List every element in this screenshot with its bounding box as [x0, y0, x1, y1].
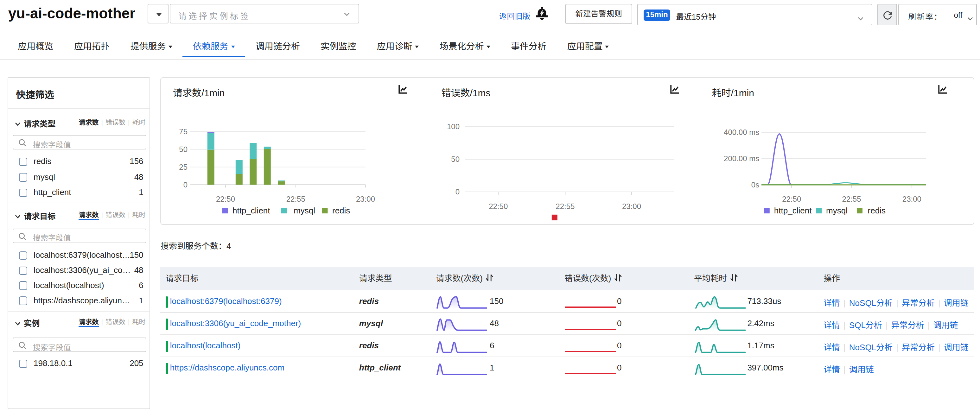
svg-text:23:00: 23:00 — [356, 195, 375, 203]
svg-text:200.00 ms: 200.00 ms — [724, 154, 759, 163]
svg-text:25: 25 — [179, 163, 188, 171]
svg-text:mysql: mysql — [294, 206, 315, 215]
svg-text:50: 50 — [451, 155, 460, 163]
svg-text:75: 75 — [179, 127, 188, 136]
svg-text:22:50: 22:50 — [782, 195, 801, 203]
svg-text:22:55: 22:55 — [286, 195, 305, 203]
svg-text:redis: redis — [332, 206, 350, 215]
svg-text:0s: 0s — [751, 181, 759, 189]
svg-text:0: 0 — [183, 181, 188, 189]
svg-text:50: 50 — [179, 145, 188, 154]
svg-text:22:55: 22:55 — [842, 195, 861, 203]
svg-text:http_client: http_client — [232, 206, 270, 215]
svg-text:100: 100 — [447, 122, 460, 131]
svg-text:http_client: http_client — [774, 206, 812, 215]
svg-text:22:55: 22:55 — [555, 202, 574, 211]
svg-text:22:50: 22:50 — [216, 195, 235, 203]
svg-text:0: 0 — [455, 187, 460, 196]
svg-text:22:50: 22:50 — [489, 202, 508, 211]
svg-text:400.00 ms: 400.00 ms — [724, 128, 759, 136]
svg-text:23:00: 23:00 — [622, 202, 641, 211]
svg-text:23:00: 23:00 — [902, 195, 921, 203]
svg-text:redis: redis — [868, 206, 886, 215]
svg-text:mysql: mysql — [826, 206, 848, 215]
